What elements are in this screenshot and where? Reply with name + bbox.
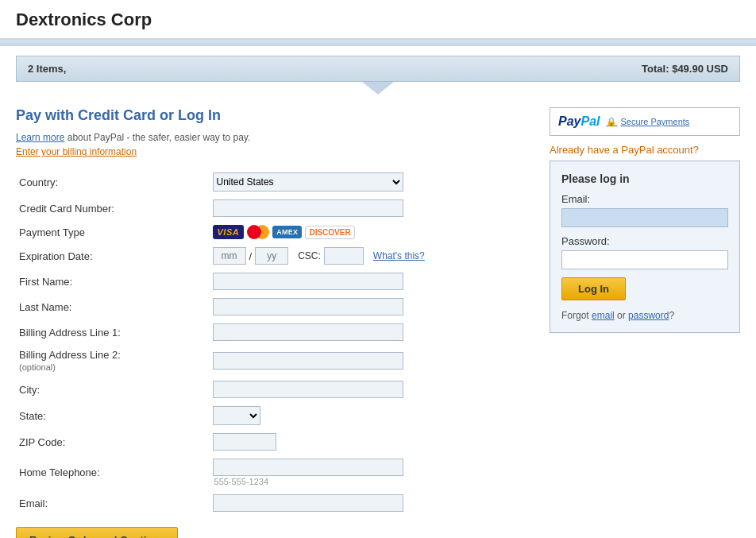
email-input-cell bbox=[210, 490, 534, 516]
expiration-label: Expiration Date: bbox=[16, 243, 210, 269]
exp-separator: / bbox=[249, 250, 253, 262]
first-name-label: First Name: bbox=[16, 269, 210, 294]
state-input-cell bbox=[210, 402, 534, 429]
billing-addr2-row: Billing Address Line 2: (optional) bbox=[16, 345, 534, 377]
csc-label: CSC: bbox=[298, 250, 321, 261]
billing-info-link[interactable]: Enter your billing information bbox=[16, 146, 534, 157]
page-header: Dextronics Corp bbox=[0, 0, 756, 40]
credit-card-input[interactable] bbox=[213, 199, 403, 217]
payment-type-label: Payment Type bbox=[16, 221, 210, 243]
telephone-input-cell: 555-555-1234 bbox=[210, 455, 534, 490]
credit-card-row: Credit Card Number: bbox=[16, 195, 534, 221]
exp-month-input[interactable] bbox=[213, 247, 246, 265]
forgot-email-link[interactable]: email bbox=[592, 310, 615, 321]
zip-input-cell bbox=[210, 429, 534, 455]
last-name-input-cell bbox=[210, 294, 534, 319]
left-panel: Pay with Credit Card or Log In Learn mor… bbox=[16, 95, 534, 538]
expiration-row-inputs: / CSC: What's this? bbox=[213, 247, 530, 265]
payment-icons: VISA AMEX DISCOVER bbox=[213, 225, 530, 239]
billing-addr1-row: Billing Address Line 1: bbox=[16, 319, 534, 345]
secure-payments: 🔒 Secure Payments bbox=[606, 117, 689, 127]
learn-more-link[interactable]: Learn more bbox=[16, 132, 64, 143]
exp-year-input[interactable] bbox=[255, 247, 288, 265]
billing-addr1-input[interactable] bbox=[213, 323, 403, 341]
telephone-row: Home Telephone: 555-555-1234 bbox=[16, 455, 534, 490]
payment-icons-cell: VISA AMEX DISCOVER bbox=[210, 221, 534, 243]
currency-label: USD bbox=[707, 63, 728, 75]
pp-email-label: Email: bbox=[561, 193, 728, 205]
lock-icon: 🔒 bbox=[606, 117, 617, 127]
forgot-label: Forgot bbox=[561, 310, 589, 321]
csc-input[interactable] bbox=[324, 247, 364, 265]
mastercard-icon bbox=[247, 225, 269, 239]
telephone-placeholder: 555-555-1234 bbox=[213, 477, 530, 486]
cart-bar-arrow-container bbox=[16, 82, 740, 95]
credit-card-input-cell bbox=[210, 195, 534, 221]
cart-summary-bar: 2 Items, Total: $49.90 USD bbox=[16, 56, 740, 82]
email-label: Email: bbox=[16, 490, 210, 516]
paypal-header-box: PayPal 🔒 Secure Payments bbox=[550, 107, 740, 136]
billing-addr2-label: Billing Address Line 2: (optional) bbox=[16, 345, 210, 377]
cart-bar-arrow bbox=[362, 82, 394, 95]
total-label: Total: bbox=[642, 63, 669, 75]
first-name-input[interactable] bbox=[213, 273, 403, 290]
visa-icon: VISA bbox=[213, 225, 245, 239]
state-select[interactable] bbox=[213, 406, 260, 425]
paypal-login-box: Please log in Email: Password: Log In Fo… bbox=[550, 161, 740, 333]
pp-email-input[interactable] bbox=[561, 208, 728, 227]
zip-input[interactable] bbox=[213, 433, 276, 451]
login-box-title: Please log in bbox=[561, 172, 728, 185]
top-stripe bbox=[0, 40, 756, 46]
email-input[interactable] bbox=[213, 494, 403, 512]
country-row: Country: United States bbox=[16, 168, 534, 195]
right-panel: PayPal 🔒 Secure Payments Already have a … bbox=[550, 95, 740, 538]
country-select[interactable]: United States bbox=[213, 172, 403, 192]
pp-password-input[interactable] bbox=[561, 250, 728, 269]
paypal-pp-text: Pay bbox=[558, 114, 580, 128]
billing-addr1-input-cell bbox=[210, 319, 534, 345]
billing-addr2-input-cell bbox=[210, 345, 534, 377]
last-name-input[interactable] bbox=[213, 298, 403, 315]
cart-items-label: 2 Items, bbox=[28, 63, 66, 75]
secure-payments-text: Secure Payments bbox=[620, 117, 689, 126]
billing-addr2-label-text: Billing Address Line 2: bbox=[19, 349, 121, 361]
paypal-logo: PayPal bbox=[558, 114, 600, 129]
billing-addr1-label: Billing Address Line 1: bbox=[16, 319, 210, 345]
billing-form-table: Country: United States Credit Card Numbe… bbox=[16, 168, 534, 516]
city-row: City: bbox=[16, 377, 534, 402]
zip-label: ZIP Code: bbox=[16, 429, 210, 455]
state-label: State: bbox=[16, 402, 210, 429]
page-heading: Pay with Credit Card or Log In bbox=[16, 107, 534, 124]
main-content: Pay with Credit Card or Log In Learn mor… bbox=[0, 95, 756, 538]
city-input-cell bbox=[210, 377, 534, 402]
zip-row: ZIP Code: bbox=[16, 429, 534, 455]
last-name-label: Last Name: bbox=[16, 294, 210, 319]
last-name-row: Last Name: bbox=[16, 294, 534, 319]
first-name-row: First Name: bbox=[16, 269, 534, 294]
forgot-text: Forgot email or password? bbox=[561, 310, 728, 321]
email-row: Email: bbox=[16, 490, 534, 516]
total-amount: $49.90 bbox=[672, 63, 704, 75]
already-have-account: Already have a PayPal account? bbox=[550, 144, 740, 156]
expiration-row: Expiration Date: / CSC: What's this? bbox=[16, 243, 534, 269]
or-text: or bbox=[617, 310, 626, 321]
country-label: Country: bbox=[16, 168, 210, 195]
city-label: City: bbox=[16, 377, 210, 402]
optional-label: (optional) bbox=[19, 362, 56, 372]
forgot-password-link[interactable]: password bbox=[628, 310, 669, 321]
state-row: State: bbox=[16, 402, 534, 429]
site-title: Dextronics Corp bbox=[16, 10, 152, 29]
amex-icon: AMEX bbox=[272, 226, 302, 238]
billing-addr2-input[interactable] bbox=[213, 352, 403, 370]
pp-password-label: Password: bbox=[561, 235, 728, 247]
country-input-cell: United States bbox=[210, 168, 534, 195]
city-input[interactable] bbox=[213, 381, 403, 398]
first-name-input-cell bbox=[210, 269, 534, 294]
review-order-button[interactable]: Review Order and Continue bbox=[16, 527, 178, 538]
telephone-label: Home Telephone: bbox=[16, 455, 210, 490]
telephone-input[interactable] bbox=[213, 459, 403, 476]
learn-more-paragraph: Learn more about PayPal - the safer, eas… bbox=[16, 132, 534, 143]
learn-more-text: about PayPal - the safer, easier way to … bbox=[68, 132, 251, 143]
whats-this-link[interactable]: What's this? bbox=[373, 250, 425, 261]
log-in-button[interactable]: Log In bbox=[561, 277, 626, 300]
